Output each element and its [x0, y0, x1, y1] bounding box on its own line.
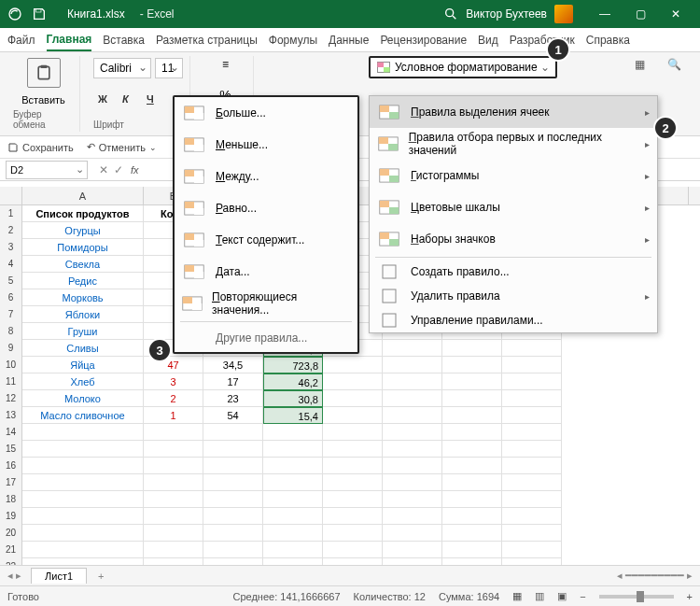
svg-rect-13: [388, 144, 398, 150]
svg-rect-19: [389, 207, 399, 214]
view-normal-icon[interactable]: ▦: [512, 590, 522, 602]
bold-button[interactable]: Ж: [93, 90, 112, 108]
autosave-icon: [7, 7, 22, 21]
save-icon[interactable]: [32, 7, 47, 21]
table-row[interactable]: 21: [0, 542, 700, 558]
table-row[interactable]: 10Яйца4734,5723,8: [0, 357, 700, 373]
svg-rect-7: [384, 67, 390, 72]
rule-menu-item[interactable]: Текст содержит...: [175, 224, 357, 256]
table-row[interactable]: 17: [0, 474, 700, 491]
maximize-button[interactable]: ▢: [623, 3, 657, 25]
underline-button[interactable]: Ч: [142, 90, 161, 108]
sheet-tab-bar: ◂ ▸ Лист1 + ◂ ━━━━━━━━━ ▸: [0, 565, 700, 585]
svg-rect-24: [383, 289, 396, 303]
table-icon[interactable]: ▦: [635, 58, 645, 71]
ribbon-tabs: ФайлГлавнаяВставкаРазметка страницыФорму…: [0, 28, 700, 52]
avatar[interactable]: [554, 5, 573, 23]
minimize-button[interactable]: —: [588, 3, 622, 25]
search-icon[interactable]: [443, 7, 458, 21]
table-row[interactable]: 19: [0, 508, 700, 525]
table-row[interactable]: 14: [0, 424, 700, 441]
close-button[interactable]: ✕: [659, 3, 693, 25]
zoom-out-button[interactable]: −: [580, 591, 585, 602]
table-row[interactable]: 22: [0, 558, 700, 565]
rule-menu-item[interactable]: Между...: [175, 161, 357, 192]
table-row[interactable]: 20: [0, 525, 700, 542]
col-header[interactable]: A: [22, 187, 144, 204]
cf-menu-item[interactable]: Создать правило...: [370, 260, 657, 284]
cf-menu-item[interactable]: Наборы значков▸: [370, 223, 657, 255]
cf-menu-item[interactable]: Удалить правила▸: [370, 284, 657, 308]
svg-rect-23: [383, 265, 396, 278]
tab-Разметка страницы[interactable]: Разметка страницы: [156, 30, 258, 50]
search-ribbon-icon[interactable]: 🔍: [667, 58, 681, 71]
name-box[interactable]: D2: [6, 161, 88, 179]
table-row[interactable]: 18: [0, 491, 700, 508]
cf-icon: [376, 60, 391, 75]
app-name: - Excel: [140, 7, 175, 21]
svg-rect-21: [380, 233, 389, 239]
tab-Формулы[interactable]: Формулы: [269, 30, 317, 50]
rule-menu-item[interactable]: Равно...: [175, 192, 357, 224]
fx-label[interactable]: fx: [131, 164, 139, 176]
group-font: Шрифт: [93, 120, 124, 130]
tab-Файл[interactable]: Файл: [7, 30, 35, 50]
italic-button[interactable]: К: [118, 90, 136, 108]
svg-rect-25: [383, 314, 396, 327]
titlebar: Книга1.xlsx - Excel Виктор Бухтеев — ▢ ✕: [0, 0, 700, 28]
rule-menu-item[interactable]: Больше...: [175, 97, 357, 129]
svg-rect-6: [377, 63, 384, 67]
view-layout-icon[interactable]: ▥: [535, 590, 544, 602]
paste-icon[interactable]: [27, 58, 61, 88]
tab-Рецензирование[interactable]: Рецензирование: [380, 30, 467, 50]
table-row[interactable]: 12Молоко22330,8: [0, 390, 700, 407]
svg-rect-30: [185, 138, 194, 145]
svg-rect-40: [194, 240, 203, 247]
svg-rect-18: [380, 201, 389, 207]
view-break-icon[interactable]: ▣: [557, 590, 567, 602]
svg-rect-27: [185, 106, 194, 113]
add-sheet-button[interactable]: +: [98, 571, 104, 582]
callout-badge-3: 3: [147, 338, 172, 362]
table-row[interactable]: 15: [0, 441, 700, 458]
highlight-rules-menu: Больше...Меньше...Между...Равно...Текст …: [173, 95, 359, 354]
tab-Данные[interactable]: Данные: [329, 30, 369, 50]
svg-rect-9: [380, 106, 389, 112]
cf-menu-item[interactable]: Гистограммы▸: [370, 160, 657, 191]
conditional-formatting-button[interactable]: Условное форматирование ⌄: [369, 56, 557, 78]
undo-quick-button[interactable]: ↶Отменить⌄: [87, 141, 157, 153]
cf-menu-item[interactable]: Цветовые шкалы▸: [370, 191, 657, 223]
status-count: Количество: 12: [354, 591, 426, 602]
other-rules-item[interactable]: Другие правила...: [175, 324, 357, 352]
zoom-in-button[interactable]: +: [687, 591, 693, 602]
user-name[interactable]: Виктор Бухтеев: [466, 7, 547, 21]
table-row[interactable]: 11Хлеб31746,2: [0, 373, 700, 390]
svg-rect-34: [194, 176, 203, 183]
tab-Вид[interactable]: Вид: [478, 30, 498, 50]
svg-rect-3: [38, 66, 49, 78]
tab-Справка[interactable]: Справка: [586, 30, 630, 50]
cf-menu-item[interactable]: Правила выделения ячеек▸: [370, 96, 657, 128]
align-icon[interactable]: ≡: [222, 58, 229, 71]
svg-rect-12: [379, 137, 388, 144]
table-row[interactable]: 16: [0, 458, 700, 474]
cf-menu-item[interactable]: Правила отбора первых и последних значен…: [370, 128, 657, 160]
table-row[interactable]: 13Масло сливочное15415,4: [0, 407, 700, 424]
svg-rect-28: [194, 113, 203, 120]
rule-menu-item[interactable]: Меньше...: [175, 129, 357, 161]
file-name: Книга1.xlsx: [67, 7, 125, 21]
font-size-select[interactable]: 11: [155, 58, 183, 78]
font-name-select[interactable]: Calibri: [93, 58, 151, 78]
status-ready: Готово: [7, 591, 39, 602]
save-quick-button[interactable]: Сохранить: [7, 142, 74, 153]
zoom-slider[interactable]: [599, 595, 674, 599]
cf-menu-item[interactable]: Управление правилами...: [370, 308, 657, 332]
rule-menu-item[interactable]: Дата...: [175, 256, 357, 288]
svg-rect-10: [389, 112, 399, 119]
sheet-tab[interactable]: Лист1: [31, 568, 87, 584]
rule-menu-item[interactable]: Повторяющиеся значения...: [175, 288, 357, 319]
svg-rect-43: [194, 272, 203, 278]
tab-Главная[interactable]: Главная: [47, 29, 92, 51]
tab-Вставка[interactable]: Вставка: [103, 30, 145, 50]
svg-rect-46: [192, 303, 202, 310]
